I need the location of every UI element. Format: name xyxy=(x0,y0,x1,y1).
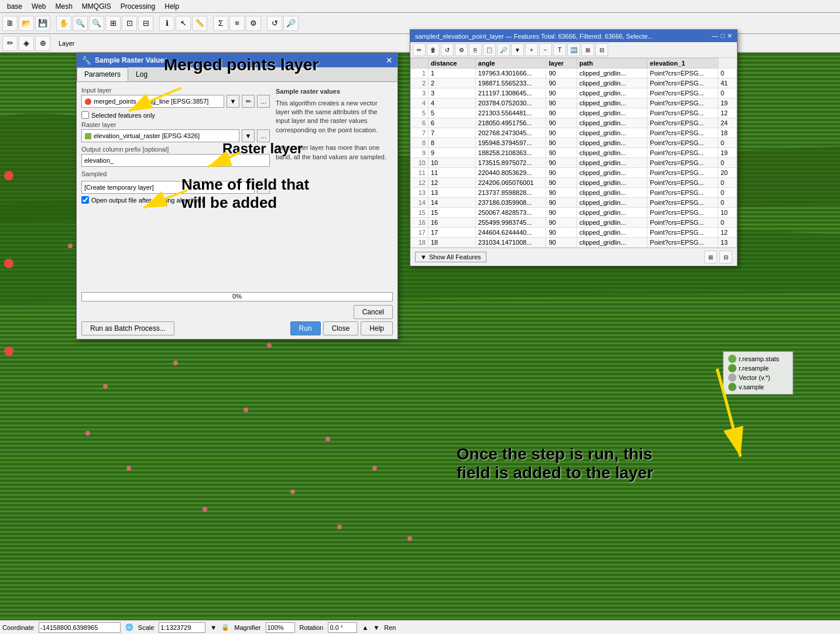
processing-panel: r.resamp.stats r.resample Vector (v.*) v… xyxy=(723,351,793,395)
menu-web[interactable]: Web xyxy=(27,1,50,12)
ft-tool-filter[interactable]: ▼ xyxy=(511,43,524,56)
ft-footer-btn1[interactable]: ⊞ xyxy=(704,251,717,263)
input-layer-value[interactable]: 🔴 merged_points_along_line [EPSG:3857] xyxy=(81,95,224,108)
dialog-close-button[interactable]: ✕ xyxy=(386,56,393,65)
menu-mesh[interactable]: Mesh xyxy=(51,1,77,12)
row-num: 5 xyxy=(411,108,428,118)
rotation-input[interactable] xyxy=(328,622,357,633)
input-layer-browse[interactable]: … xyxy=(257,95,270,108)
row-num: 11 xyxy=(411,168,428,178)
tool-identify[interactable]: ℹ xyxy=(159,16,174,31)
table-cell: 0 xyxy=(718,218,736,228)
ft-tool-dock[interactable]: ⊞ xyxy=(581,43,594,56)
tool-field-calc[interactable]: ≡ xyxy=(229,16,245,31)
ft-tool-field1[interactable]: T xyxy=(553,43,566,56)
selected-features-checkbox[interactable] xyxy=(81,111,89,119)
table-row: 1111220440.8053629...90clipped_gridlin..… xyxy=(411,168,737,178)
proc-label-4: v.sample xyxy=(739,383,764,390)
scale-input[interactable] xyxy=(159,622,205,633)
col-layer[interactable]: layer xyxy=(546,59,577,68)
tab-log[interactable]: Log xyxy=(128,67,155,81)
input-layer-edit[interactable]: ✏ xyxy=(242,95,255,108)
ft-close-btn[interactable]: ✕ xyxy=(727,32,732,40)
table-cell: clipped_gridlin... xyxy=(577,168,647,178)
ft-footer-btn2[interactable]: ⊟ xyxy=(719,251,732,263)
ft-maximize-btn[interactable]: □ xyxy=(721,32,725,40)
status-bar: Coordinate 🌐 Scale ▼ 🔒 Magnifier Rotatio… xyxy=(0,620,840,634)
rotation-spinner-up[interactable]: ▲ xyxy=(362,624,368,631)
rotation-spinner-down[interactable]: ▼ xyxy=(373,624,379,631)
input-layer-label: Input layer xyxy=(81,87,270,94)
ft-tool-1[interactable]: ✏ xyxy=(413,43,426,56)
ft-tool-new[interactable]: + xyxy=(525,43,538,56)
tool-new[interactable]: 🗎 xyxy=(2,16,18,31)
ft-tool-grid[interactable]: ⊟ xyxy=(595,43,608,56)
input-layer-dropdown[interactable]: ▼ xyxy=(227,95,239,108)
tool-save[interactable]: 💾 xyxy=(35,16,50,31)
tool-zoom-layer[interactable]: ⊡ xyxy=(122,16,137,31)
tool-zoom-selection[interactable]: ⊟ xyxy=(138,16,153,31)
ft-tool-2[interactable]: 🗑 xyxy=(427,43,440,56)
ft-tool-del[interactable]: − xyxy=(539,43,552,56)
tool-settings[interactable]: ⚙ xyxy=(246,16,261,31)
tool-node[interactable]: ◈ xyxy=(19,36,34,51)
desc-text: This algorithm creates a new vector laye… xyxy=(276,99,393,162)
table-cell: 173515.8975072... xyxy=(475,158,546,168)
col-path[interactable]: path xyxy=(577,59,647,68)
table-row: 11197963.4301666...90clipped_gridlin...P… xyxy=(411,68,737,78)
scale-dropdown[interactable]: ▼ xyxy=(210,624,217,631)
tool-measure[interactable]: 📏 xyxy=(192,16,207,31)
table-cell: clipped_gridlin... xyxy=(577,138,647,148)
tool-digitize[interactable]: ✏ xyxy=(2,36,18,51)
menu-help[interactable]: Help xyxy=(160,1,184,12)
tool-zoom-full[interactable]: ⊞ xyxy=(105,16,121,31)
open-output-checkbox[interactable] xyxy=(81,196,89,204)
lock-icon: 🔒 xyxy=(221,623,229,631)
tab-parameters[interactable]: Parameters xyxy=(77,67,128,81)
tool-pan[interactable]: ✋ xyxy=(56,16,71,31)
tool-zoom-out[interactable]: 🔍 xyxy=(89,16,104,31)
ft-tool-paste[interactable]: 📋 xyxy=(483,43,496,56)
col-distance[interactable]: distance xyxy=(428,59,476,68)
tool-search[interactable]: 🔎 xyxy=(283,16,299,31)
run-button[interactable]: Run xyxy=(290,321,321,335)
table-cell: clipped_gridlin... xyxy=(577,118,647,128)
tool-select[interactable]: ↖ xyxy=(176,16,191,31)
col-elevation[interactable]: elevation_1 xyxy=(647,59,718,68)
tool-zoom-in[interactable]: 🔍 xyxy=(73,16,88,31)
menu-mmqgis[interactable]: MMQGIS xyxy=(77,1,116,12)
tool-refresh[interactable]: ↺ xyxy=(267,16,282,31)
raster-layer-input[interactable]: 🟩 elevation_virtual_raster [EPSG:4326] xyxy=(81,129,239,142)
coordinate-input[interactable] xyxy=(39,622,121,633)
dialog-title-bar[interactable]: 🔧 Sample Raster Values ✕ xyxy=(77,53,397,67)
tool-open[interactable]: 📂 xyxy=(19,16,34,31)
ft-tool-copy[interactable]: ⎘ xyxy=(469,43,482,56)
magnifier-input[interactable] xyxy=(266,622,295,633)
cancel-button[interactable]: Cancel xyxy=(354,305,393,319)
feature-table-title-bar[interactable]: sampled_elevation_point_layer — Features… xyxy=(410,30,737,42)
ft-tool-4[interactable]: ⚙ xyxy=(455,43,468,56)
table-cell: Point?crs=EPSG... xyxy=(647,208,718,218)
output-file-browse[interactable]: … xyxy=(257,181,270,194)
filter-icon: ▼ xyxy=(420,253,427,261)
ft-tool-3[interactable]: ↺ xyxy=(441,43,454,56)
close-button[interactable]: Close xyxy=(323,321,359,335)
ft-tool-zoom[interactable]: 🔎 xyxy=(497,43,510,56)
col-angle[interactable]: angle xyxy=(475,59,546,68)
output-prefix-input[interactable] xyxy=(81,154,270,167)
ft-tool-field2[interactable]: 🔤 xyxy=(567,43,580,56)
menu-processing[interactable]: Processing xyxy=(116,1,160,12)
table-cell: 90 xyxy=(546,178,577,188)
raster-layer-dropdown[interactable]: ▼ xyxy=(242,129,255,142)
menu-base[interactable]: base xyxy=(2,1,27,12)
tool-sum[interactable]: Σ xyxy=(213,16,228,31)
run-batch-button[interactable]: Run as Batch Process... xyxy=(81,321,174,335)
tool-advanced[interactable]: ⊕ xyxy=(35,36,50,51)
show-features-button[interactable]: ▼ Show All Features xyxy=(415,252,486,262)
raster-layer-browse[interactable]: … xyxy=(257,129,270,142)
help-button[interactable]: Help xyxy=(361,321,393,335)
dialog-description: Sample raster values This algorithm crea… xyxy=(276,87,393,206)
output-file-input[interactable]: [Create temporary layer] xyxy=(81,181,255,194)
col-index[interactable] xyxy=(411,59,428,68)
ft-minimize-btn[interactable]: — xyxy=(712,32,718,40)
